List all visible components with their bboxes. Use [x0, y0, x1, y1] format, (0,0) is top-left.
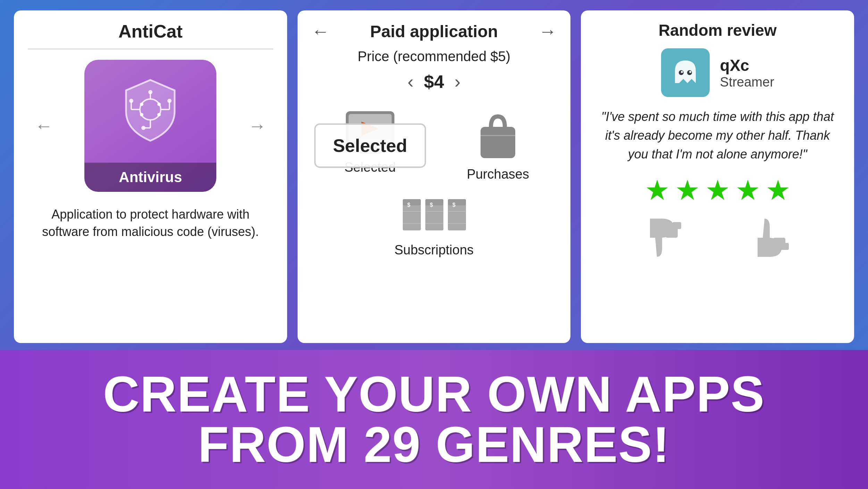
purchases-label: Purchases: [467, 167, 529, 182]
svg-point-41: [689, 71, 691, 73]
star-5: ★: [766, 174, 791, 206]
banner-line1: CREATE YOUR OWN APPS: [103, 369, 765, 419]
svg-text:$: $: [452, 202, 456, 208]
section-title: Random review: [659, 21, 777, 40]
price-label: Price (recommended $5): [358, 49, 510, 64]
svg-point-15: [157, 113, 161, 116]
ghost-app-icon: [661, 48, 710, 97]
database-icon: $ $ $: [401, 192, 467, 237]
card1-right-arrow[interactable]: →: [248, 115, 266, 136]
svg-point-12: [140, 103, 143, 106]
card2-header: ← Paid application →: [311, 21, 557, 42]
app-category-label: Antivirus: [84, 163, 216, 192]
star-2: ★: [675, 174, 700, 206]
svg-rect-44: [673, 222, 681, 229]
selected-label: Selected: [344, 160, 396, 175]
subscriptions-option[interactable]: $ $ $ Subscriptions: [311, 192, 557, 258]
star-3: ★: [705, 174, 730, 206]
anticat-card: AntiCat ←: [14, 10, 287, 343]
tv-icon: [342, 109, 398, 155]
svg-rect-34: [448, 199, 466, 205]
selected-option[interactable]: Selected Selected: [311, 109, 429, 182]
svg-rect-21: [481, 127, 515, 158]
card2-right-arrow[interactable]: →: [539, 21, 557, 42]
app-text-info: qXc Streamer: [720, 56, 774, 90]
svg-rect-29: [425, 199, 443, 205]
shield-icon: [116, 76, 185, 146]
review-text: "I've spent so much time with this app t…: [595, 107, 840, 164]
price-increase-button[interactable]: ›: [454, 71, 460, 92]
subscriptions-label: Subscriptions: [394, 243, 474, 258]
svg-point-3: [129, 99, 133, 103]
bottom-banner: CREATE YOUR OWN APPS FROM 29 GENRES!: [0, 350, 868, 489]
svg-point-6: [167, 99, 172, 103]
price-value: $4: [424, 71, 444, 92]
svg-rect-20: [360, 150, 381, 154]
card1-divider: [28, 49, 273, 49]
paid-application-card: ← Paid application → Price (recommended …: [298, 10, 571, 343]
card1-left-arrow[interactable]: ←: [35, 115, 53, 136]
app-name: qXc: [720, 56, 774, 75]
svg-point-8: [148, 90, 152, 94]
random-review-card: Random review qXc Streamer "I've spent s…: [581, 10, 854, 343]
svg-point-13: [157, 103, 161, 106]
svg-point-40: [681, 71, 683, 73]
app-info: qXc Streamer: [661, 48, 774, 97]
card2-title: Paid application: [370, 22, 498, 41]
star-4: ★: [735, 174, 760, 206]
svg-rect-24: [403, 199, 421, 205]
svg-rect-19: [366, 144, 374, 151]
star-1: ★: [645, 174, 670, 206]
svg-text:$: $: [407, 202, 410, 208]
anticat-title: AntiCat: [118, 21, 183, 42]
purchase-options: Selected Selected Purchases: [311, 109, 557, 258]
star-rating: ★ ★ ★ ★ ★: [645, 174, 791, 206]
svg-rect-47: [780, 243, 789, 250]
card2-left-arrow[interactable]: ←: [311, 21, 329, 42]
icon-top: [116, 60, 185, 163]
thumbs-down-icon[interactable]: [645, 217, 683, 259]
app-category: Streamer: [720, 75, 774, 90]
ghost-icon: [668, 55, 703, 90]
svg-text:$: $: [430, 202, 433, 208]
thumbs-up-icon[interactable]: [752, 217, 791, 259]
app-icon-container: Antivirus: [84, 60, 216, 192]
price-decrease-button[interactable]: ‹: [408, 71, 414, 92]
purchases-option[interactable]: Purchases: [439, 109, 557, 182]
svg-point-14: [140, 113, 143, 116]
app-description: Application to protect hardware with sof…: [28, 206, 273, 241]
bag-icon: [475, 109, 520, 162]
price-selector: ‹ $4 ›: [408, 71, 461, 92]
banner-line2: FROM 29 GENRES!: [103, 419, 765, 470]
thumbs-rating: [645, 217, 791, 259]
svg-point-11: [141, 126, 145, 130]
